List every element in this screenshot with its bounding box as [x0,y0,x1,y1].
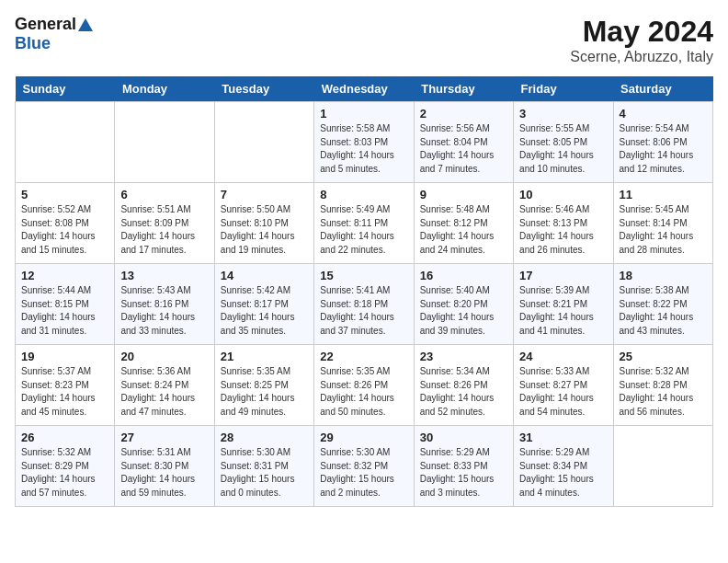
calendar-cell: 9Sunrise: 5:48 AMSunset: 8:12 PMDaylight… [414,183,513,264]
cell-info: Sunrise: 5:29 AMSunset: 8:34 PMDaylight:… [519,446,607,500]
calendar-cell: 3Sunrise: 5:55 AMSunset: 8:05 PMDaylight… [514,102,613,183]
day-number: 25 [620,350,707,363]
cell-info: Sunrise: 5:39 AMSunset: 8:21 PMDaylight:… [519,284,607,338]
day-number: 10 [519,188,607,201]
day-number: 27 [120,431,208,444]
calendar-cell: 28Sunrise: 5:30 AMSunset: 8:31 PMDayligh… [214,426,313,507]
weekday-header-sunday: Sunday [16,76,115,102]
day-number: 15 [320,269,407,282]
day-number: 30 [420,431,507,444]
calendar-cell [115,102,214,183]
cell-info: Sunrise: 5:51 AMSunset: 8:09 PMDaylight:… [120,203,208,257]
calendar-week-row: 12Sunrise: 5:44 AMSunset: 8:15 PMDayligh… [16,264,713,345]
calendar-cell: 22Sunrise: 5:35 AMSunset: 8:26 PMDayligh… [314,345,414,426]
cell-info: Sunrise: 5:49 AMSunset: 8:11 PMDaylight:… [320,203,407,257]
day-number: 29 [320,431,407,444]
calendar-cell: 19Sunrise: 5:37 AMSunset: 8:23 PMDayligh… [16,345,115,426]
day-number: 13 [120,269,208,282]
day-number: 2 [420,107,507,121]
calendar-cell: 10Sunrise: 5:46 AMSunset: 8:13 PMDayligh… [514,183,613,264]
cell-info: Sunrise: 5:48 AMSunset: 8:12 PMDaylight:… [420,203,507,257]
weekday-header-monday: Monday [115,76,214,102]
calendar-cell: 14Sunrise: 5:42 AMSunset: 8:17 PMDayligh… [214,264,313,345]
calendar-week-row: 5Sunrise: 5:52 AMSunset: 8:08 PMDaylight… [16,183,713,264]
calendar-cell: 31Sunrise: 5:29 AMSunset: 8:34 PMDayligh… [514,426,613,507]
day-number: 18 [620,269,707,282]
day-number: 1 [320,107,407,121]
cell-info: Sunrise: 5:37 AMSunset: 8:23 PMDaylight:… [21,365,108,419]
cell-info: Sunrise: 5:44 AMSunset: 8:15 PMDaylight:… [21,284,108,338]
cell-info: Sunrise: 5:58 AMSunset: 8:03 PMDaylight:… [320,122,407,176]
calendar-cell: 20Sunrise: 5:36 AMSunset: 8:24 PMDayligh… [115,345,214,426]
calendar-cell: 16Sunrise: 5:40 AMSunset: 8:20 PMDayligh… [414,264,513,345]
cell-info: Sunrise: 5:31 AMSunset: 8:30 PMDaylight:… [120,446,208,500]
cell-info: Sunrise: 5:55 AMSunset: 8:05 PMDaylight:… [519,122,607,176]
cell-info: Sunrise: 5:46 AMSunset: 8:13 PMDaylight:… [519,203,607,257]
day-number: 6 [120,188,208,201]
calendar-cell [214,102,313,183]
cell-info: Sunrise: 5:50 AMSunset: 8:10 PMDaylight:… [221,203,308,257]
day-number: 21 [221,350,308,363]
calendar-cell: 15Sunrise: 5:41 AMSunset: 8:18 PMDayligh… [314,264,414,345]
cell-info: Sunrise: 5:40 AMSunset: 8:20 PMDaylight:… [420,284,507,338]
cell-info: Sunrise: 5:34 AMSunset: 8:26 PMDaylight:… [420,365,507,419]
location-title: Scerne, Abruzzo, Italy [570,49,713,65]
cell-info: Sunrise: 5:35 AMSunset: 8:25 PMDaylight:… [221,365,308,419]
day-number: 16 [420,269,507,282]
calendar-cell: 1Sunrise: 5:58 AMSunset: 8:03 PMDaylight… [314,102,414,183]
weekday-header-row: SundayMondayTuesdayWednesdayThursdayFrid… [16,76,713,102]
day-number: 17 [519,269,607,282]
calendar-cell: 17Sunrise: 5:39 AMSunset: 8:21 PMDayligh… [514,264,613,345]
cell-info: Sunrise: 5:32 AMSunset: 8:29 PMDaylight:… [21,446,108,500]
calendar-cell: 26Sunrise: 5:32 AMSunset: 8:29 PMDayligh… [16,426,115,507]
weekday-header-thursday: Thursday [414,76,513,102]
logo-blue-text: Blue [15,34,51,53]
day-number: 5 [21,188,108,201]
day-number: 9 [420,188,507,201]
day-number: 28 [221,431,308,444]
cell-info: Sunrise: 5:45 AMSunset: 8:14 PMDaylight:… [620,203,707,257]
calendar-cell: 5Sunrise: 5:52 AMSunset: 8:08 PMDaylight… [16,183,115,264]
cell-info: Sunrise: 5:30 AMSunset: 8:32 PMDaylight:… [320,446,407,500]
calendar-cell [16,102,115,183]
month-title: May 2024 [570,15,713,49]
title-area: May 2024 Scerne, Abruzzo, Italy [570,15,713,65]
day-number: 14 [221,269,308,282]
calendar-cell: 12Sunrise: 5:44 AMSunset: 8:15 PMDayligh… [16,264,115,345]
calendar-cell: 13Sunrise: 5:43 AMSunset: 8:16 PMDayligh… [115,264,214,345]
cell-info: Sunrise: 5:35 AMSunset: 8:26 PMDaylight:… [320,365,407,419]
calendar-week-row: 1Sunrise: 5:58 AMSunset: 8:03 PMDaylight… [16,102,713,183]
calendar-week-row: 26Sunrise: 5:32 AMSunset: 8:29 PMDayligh… [16,426,713,507]
calendar-cell: 27Sunrise: 5:31 AMSunset: 8:30 PMDayligh… [115,426,214,507]
cell-info: Sunrise: 5:52 AMSunset: 8:08 PMDaylight:… [21,203,108,257]
day-number: 12 [21,269,108,282]
weekday-header-tuesday: Tuesday [214,76,313,102]
calendar-header: General Blue May 2024 Scerne, Abruzzo, I… [15,15,713,65]
logo: General Blue [15,15,93,53]
calendar-cell: 24Sunrise: 5:33 AMSunset: 8:27 PMDayligh… [514,345,613,426]
calendar-cell: 8Sunrise: 5:49 AMSunset: 8:11 PMDaylight… [314,183,414,264]
day-number: 11 [620,188,707,201]
calendar-cell: 11Sunrise: 5:45 AMSunset: 8:14 PMDayligh… [613,183,712,264]
day-number: 26 [21,431,108,444]
weekday-header-saturday: Saturday [613,76,712,102]
cell-info: Sunrise: 5:29 AMSunset: 8:33 PMDaylight:… [420,446,507,500]
cell-info: Sunrise: 5:56 AMSunset: 8:04 PMDaylight:… [420,122,507,176]
calendar-cell: 23Sunrise: 5:34 AMSunset: 8:26 PMDayligh… [414,345,513,426]
cell-info: Sunrise: 5:30 AMSunset: 8:31 PMDaylight:… [221,446,308,500]
calendar-table: SundayMondayTuesdayWednesdayThursdayFrid… [15,76,713,507]
logo-triangle-icon [78,18,93,31]
day-number: 19 [21,350,108,363]
day-number: 3 [519,107,607,121]
cell-info: Sunrise: 5:38 AMSunset: 8:22 PMDaylight:… [620,284,707,338]
cell-info: Sunrise: 5:33 AMSunset: 8:27 PMDaylight:… [519,365,607,419]
logo-general-text: General [15,15,76,34]
calendar-cell: 29Sunrise: 5:30 AMSunset: 8:32 PMDayligh… [314,426,414,507]
weekday-header-friday: Friday [514,76,613,102]
calendar-cell: 7Sunrise: 5:50 AMSunset: 8:10 PMDaylight… [214,183,313,264]
day-number: 7 [221,188,308,201]
calendar-cell: 6Sunrise: 5:51 AMSunset: 8:09 PMDaylight… [115,183,214,264]
cell-info: Sunrise: 5:32 AMSunset: 8:28 PMDaylight:… [620,365,707,419]
calendar-cell: 4Sunrise: 5:54 AMSunset: 8:06 PMDaylight… [613,102,712,183]
calendar-cell: 2Sunrise: 5:56 AMSunset: 8:04 PMDaylight… [414,102,513,183]
